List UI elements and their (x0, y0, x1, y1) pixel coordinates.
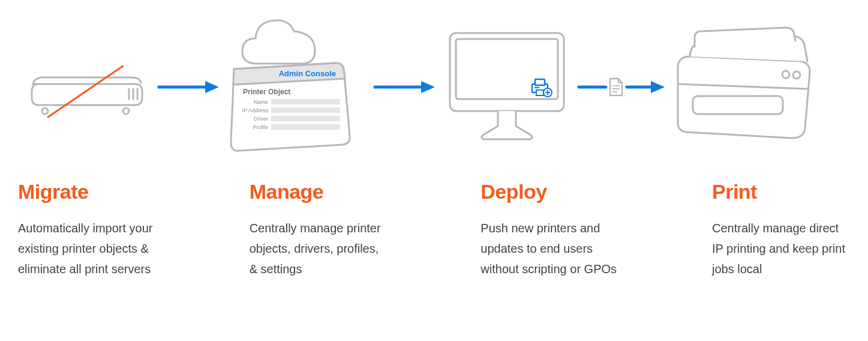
svg-point-4 (123, 108, 129, 114)
desc-print: Centrally manage direct IP printing and … (712, 218, 850, 279)
monitor-icon (438, 24, 576, 150)
desc-migrate: Automatically import your existing print… (18, 218, 156, 279)
title-print: Print (712, 180, 850, 204)
svg-rect-8 (271, 99, 340, 104)
col-manage: Manage Centrally manage printer objects,… (250, 180, 388, 279)
col-print: Print Centrally manage direct IP printin… (712, 180, 850, 279)
col-deploy: Deploy Push new printers and updates to … (480, 180, 618, 279)
desc-deploy: Push new printers and updates to end use… (480, 218, 618, 279)
svg-rect-11 (271, 124, 340, 130)
title-manage: Manage (250, 180, 388, 204)
svg-rect-30 (693, 96, 783, 114)
svg-marker-7 (205, 81, 219, 93)
desc-manage: Centrally manage printer objects, driver… (250, 218, 388, 279)
title-deploy: Deploy (480, 180, 618, 204)
caption-row: Migrate Automatically import your existi… (18, 180, 850, 279)
title-migrate: Migrate (18, 180, 156, 204)
flow-arrow-2 (372, 78, 438, 96)
field-label-3: Profile (253, 124, 268, 130)
diagram-strip: Admin Console Printer Object Name IP Add… (18, 12, 850, 162)
svg-point-32 (793, 71, 800, 79)
flow-arrow-3 (576, 75, 666, 99)
field-label-0: Name (254, 99, 268, 105)
admin-console-label: Admin Console (279, 69, 336, 78)
svg-point-3 (42, 108, 48, 114)
field-label-2: Driver (254, 116, 268, 122)
printer-object-label: Printer Object (243, 88, 290, 96)
svg-marker-28 (651, 81, 665, 93)
col-migrate: Migrate Automatically import your existi… (18, 180, 156, 279)
svg-rect-18 (536, 90, 543, 95)
svg-point-31 (782, 71, 789, 78)
flow-arrow-1 (156, 78, 222, 96)
field-label-1: IP Address (242, 107, 269, 113)
svg-rect-17 (535, 79, 545, 85)
svg-marker-13 (421, 81, 435, 93)
printer-icon (666, 24, 828, 150)
admin-console-icon: Admin Console Printer Object Name IP Add… (222, 18, 372, 156)
svg-line-5 (48, 66, 123, 117)
svg-rect-10 (271, 116, 340, 121)
document-icon (610, 79, 622, 95)
svg-rect-9 (271, 107, 340, 113)
server-icon (18, 51, 156, 123)
